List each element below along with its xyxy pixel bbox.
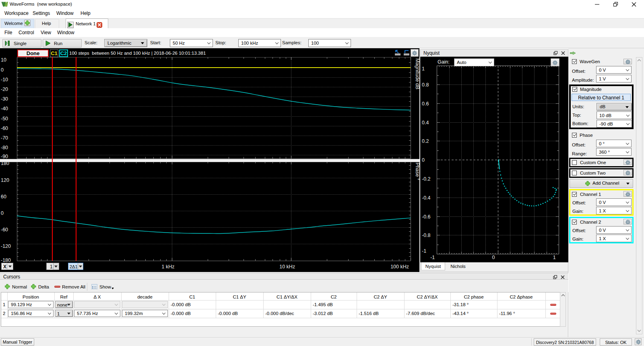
svg-text:0: 0 — [1, 210, 4, 216]
svg-text:-0.4: -0.4 — [422, 195, 431, 201]
svg-text:-1: -1 — [430, 255, 435, 260]
svg-text:0: 0 — [422, 157, 425, 163]
svg-text:-30: -30 — [1, 96, 8, 102]
svg-text:-120: -120 — [1, 243, 11, 249]
svg-text:0.2: 0.2 — [422, 138, 429, 144]
svg-text:0: 0 — [1, 67, 4, 73]
svg-text:-0.6: -0.6 — [422, 214, 431, 220]
svg-text:0: 0 — [492, 255, 495, 260]
svg-text:-1: -1 — [422, 248, 426, 254]
svg-text:-60: -60 — [1, 126, 8, 131]
svg-text:-50: -50 — [1, 116, 8, 122]
svg-text:10: 10 — [1, 57, 6, 63]
svg-text:120: 120 — [1, 177, 9, 183]
svg-text:-40: -40 — [1, 106, 8, 111]
svg-text:60: 60 — [1, 194, 6, 200]
svg-text:100 kHz: 100 kHz — [390, 264, 409, 270]
svg-text:1 kHz: 1 kHz — [162, 264, 175, 270]
svg-text:1: 1 — [6, 42, 8, 46]
svg-text:-180: -180 — [1, 257, 11, 263]
svg-text:-20: -20 — [1, 86, 8, 92]
svg-text:-80: -80 — [1, 145, 8, 150]
svg-text:1: 1 — [553, 255, 556, 260]
svg-text:-90: -90 — [1, 154, 8, 159]
svg-text:-60: -60 — [1, 227, 8, 233]
svg-text:-10: -10 — [1, 77, 8, 82]
svg-text:-0.2: -0.2 — [422, 176, 431, 182]
svg-text:10 kHz: 10 kHz — [279, 264, 295, 270]
svg-text:0.8: 0.8 — [422, 82, 429, 88]
svg-text:1: 1 — [422, 66, 425, 72]
svg-text:0.4: 0.4 — [422, 120, 429, 126]
svg-text:-0.8: -0.8 — [422, 233, 431, 238]
svg-text:-70: -70 — [1, 135, 8, 141]
svg-text:0.6: 0.6 — [422, 101, 429, 107]
